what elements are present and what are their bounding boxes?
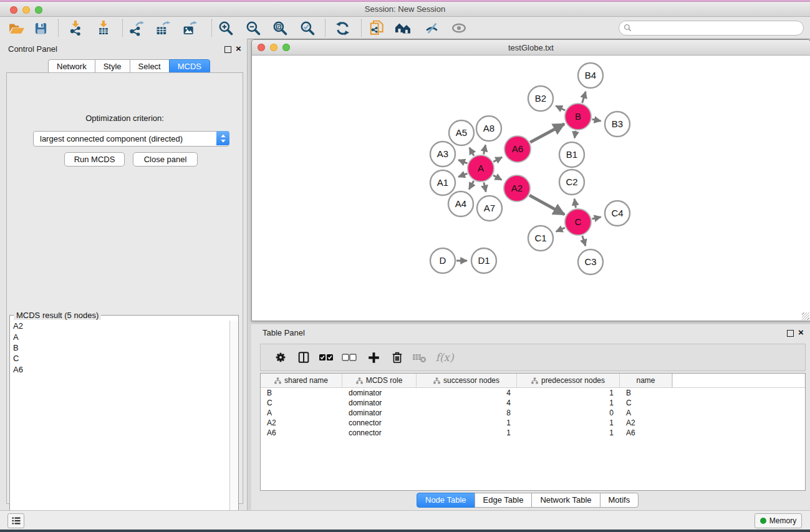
delete-column-icon[interactable] bbox=[388, 349, 406, 366]
float-table-panel-icon[interactable] bbox=[787, 330, 794, 337]
home-view-icon[interactable] bbox=[394, 19, 413, 37]
search-field[interactable] bbox=[619, 21, 804, 36]
mcds-result-item[interactable]: A6 bbox=[10, 364, 229, 375]
mcds-result-item[interactable]: B bbox=[10, 342, 229, 353]
close-panel-icon[interactable]: × bbox=[236, 46, 241, 52]
table-row[interactable]: Cdominator41C bbox=[261, 398, 805, 408]
graph-node-C3[interactable]: C3 bbox=[578, 249, 603, 274]
graph-edge-C-C4[interactable] bbox=[592, 217, 600, 219]
table-tab-network-table[interactable]: Network Table bbox=[531, 493, 600, 508]
graph-node-A8[interactable]: A8 bbox=[476, 116, 501, 141]
unselect-all-icon[interactable] bbox=[340, 349, 358, 366]
graph-node-C[interactable]: C bbox=[565, 209, 591, 235]
graph-edge-B-B2[interactable] bbox=[556, 106, 565, 110]
graph-edge-A-A8[interactable] bbox=[484, 145, 486, 154]
graph-node-B[interactable]: B bbox=[565, 104, 591, 130]
mcds-result-item[interactable]: A2 bbox=[10, 321, 229, 331]
zoom-fit-icon[interactable] bbox=[271, 19, 289, 37]
column-header-predecessor-nodes[interactable]: predecessor nodes bbox=[517, 374, 620, 387]
network-graph[interactable]: B4B2BB3A8A5A6A3B1AA1C2A2A4A7C4CC1C3DD1 bbox=[252, 56, 809, 319]
add-column-icon[interactable] bbox=[365, 349, 382, 366]
task-history-button[interactable] bbox=[7, 513, 24, 528]
graph-node-B1[interactable]: B1 bbox=[559, 142, 584, 167]
graph-edge-C-C2[interactable] bbox=[574, 199, 576, 208]
graph-node-D[interactable]: D bbox=[430, 248, 455, 273]
graph-edge-A-A2[interactable] bbox=[493, 175, 501, 180]
export-table-icon[interactable] bbox=[153, 19, 172, 37]
column-header-MCDS-role[interactable]: MCDS role bbox=[342, 374, 417, 387]
graph-edge-B-B3[interactable] bbox=[592, 119, 601, 121]
graph-edge-A2-C[interactable] bbox=[529, 195, 564, 215]
table-row[interactable]: A6connector11A6 bbox=[261, 428, 805, 438]
import-network-icon[interactable] bbox=[66, 19, 85, 37]
criterion-select[interactable]: largest connected component (directed) bbox=[33, 131, 229, 147]
mcds-result-item[interactable]: C bbox=[10, 353, 229, 364]
export-network-icon[interactable] bbox=[127, 19, 146, 37]
float-panel-icon[interactable] bbox=[224, 46, 231, 53]
export-image-icon[interactable] bbox=[180, 19, 199, 37]
network-canvas[interactable]: B4B2BB3A8A5A6A3B1AA1C2A2A4A7C4CC1C3DD1 bbox=[252, 56, 809, 319]
mcds-result-item[interactable]: A bbox=[10, 331, 229, 342]
column-header-successor-nodes[interactable]: successor nodes bbox=[417, 374, 517, 387]
close-table-panel-icon[interactable]: × bbox=[798, 329, 804, 336]
close-panel-button[interactable]: Close panel bbox=[133, 152, 198, 167]
graph-node-B3[interactable]: B3 bbox=[605, 112, 630, 137]
table-row[interactable]: Bdominator41B bbox=[261, 388, 805, 398]
graph-node-A7[interactable]: A7 bbox=[477, 196, 502, 221]
graph-edge-B-B4[interactable] bbox=[582, 92, 586, 103]
graph-edge-A-A7[interactable] bbox=[484, 182, 486, 191]
graph-edge-A-A5[interactable] bbox=[470, 148, 474, 156]
graph-edge-A-A1[interactable] bbox=[458, 173, 467, 177]
table-row[interactable]: Adominator80A bbox=[261, 408, 805, 418]
zoom-out-icon[interactable] bbox=[244, 19, 263, 37]
select-all-icon[interactable] bbox=[317, 349, 335, 366]
refresh-icon[interactable] bbox=[333, 19, 352, 37]
graph-node-A1[interactable]: A1 bbox=[430, 170, 455, 195]
graph-edge-A-A6[interactable] bbox=[493, 157, 502, 162]
main-titlebar[interactable]: Session: New Session bbox=[0, 2, 810, 17]
graph-edge-A-A3[interactable] bbox=[458, 160, 467, 163]
table-tab-motifs[interactable]: Motifs bbox=[600, 493, 639, 508]
graph-node-A2[interactable]: A2 bbox=[504, 175, 530, 201]
node-table[interactable]: shared nameMCDS rolesuccessor nodesprede… bbox=[260, 373, 806, 491]
split-columns-icon[interactable] bbox=[295, 349, 312, 366]
graph-node-A4[interactable]: A4 bbox=[448, 191, 473, 216]
zoom-selected-icon[interactable] bbox=[298, 19, 317, 37]
function-builder-icon[interactable]: f(x) bbox=[433, 349, 456, 366]
graph-node-B2[interactable]: B2 bbox=[528, 86, 553, 111]
graph-node-C2[interactable]: C2 bbox=[559, 170, 584, 195]
zoom-in-icon[interactable] bbox=[216, 19, 235, 37]
column-header-name[interactable]: name bbox=[620, 374, 672, 387]
graph-edge-C-C3[interactable] bbox=[582, 236, 586, 246]
network-window-titlebar[interactable]: testGlobe.txt bbox=[252, 40, 810, 56]
graph-node-C4[interactable]: C4 bbox=[605, 201, 630, 226]
run-mcds-button[interactable]: Run MCDS bbox=[64, 152, 125, 167]
graph-node-A[interactable]: A bbox=[468, 155, 494, 181]
show-panel-icon[interactable] bbox=[450, 19, 468, 37]
graph-edge-A6-B[interactable] bbox=[530, 124, 564, 142]
graph-node-A3[interactable]: A3 bbox=[430, 142, 455, 167]
graph-node-A5[interactable]: A5 bbox=[449, 120, 474, 145]
search-input[interactable] bbox=[634, 22, 799, 34]
save-session-icon[interactable] bbox=[31, 19, 50, 37]
graph-edge-A-A4[interactable] bbox=[469, 181, 474, 189]
network-from-clipboard-icon[interactable] bbox=[368, 19, 387, 37]
mcds-result-list[interactable]: A2ABCA6 bbox=[10, 321, 229, 530]
graph-node-D1[interactable]: D1 bbox=[471, 248, 496, 273]
graph-edge-C-C1[interactable] bbox=[556, 228, 565, 231]
graph-node-A6[interactable]: A6 bbox=[504, 136, 531, 162]
table-tab-edge-table[interactable]: Edge Table bbox=[475, 493, 533, 508]
import-table-icon[interactable] bbox=[94, 19, 113, 37]
table-tab-node-table[interactable]: Node Table bbox=[417, 493, 475, 508]
delete-table-icon[interactable] bbox=[411, 349, 428, 366]
table-settings-icon[interactable] bbox=[272, 349, 289, 366]
hide-panel-icon[interactable] bbox=[422, 19, 441, 37]
graph-node-B4[interactable]: B4 bbox=[578, 63, 603, 88]
graph-node-C1[interactable]: C1 bbox=[528, 226, 553, 251]
mcds-result-scrollbar[interactable] bbox=[229, 321, 238, 530]
memory-button[interactable]: Memory bbox=[755, 513, 802, 528]
table-row[interactable]: A2connector11A2 bbox=[261, 418, 805, 428]
graph-edge-B-B1[interactable] bbox=[574, 131, 576, 138]
column-header-shared-name[interactable]: shared name bbox=[261, 374, 342, 387]
open-session-icon[interactable] bbox=[7, 19, 26, 37]
